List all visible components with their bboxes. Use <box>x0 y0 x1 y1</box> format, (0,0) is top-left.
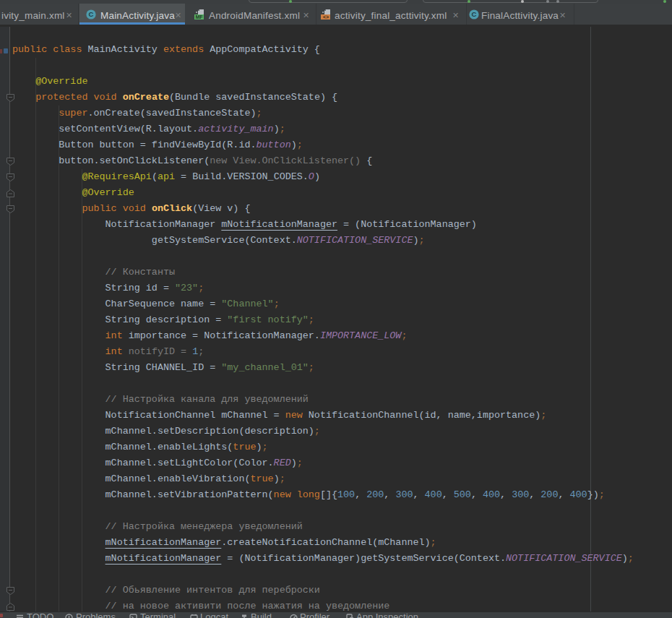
svg-text:<>: <> <box>323 14 329 20</box>
svg-text:MF: MF <box>195 14 203 20</box>
svg-text:C: C <box>472 10 477 18</box>
svg-text:C: C <box>89 10 94 18</box>
